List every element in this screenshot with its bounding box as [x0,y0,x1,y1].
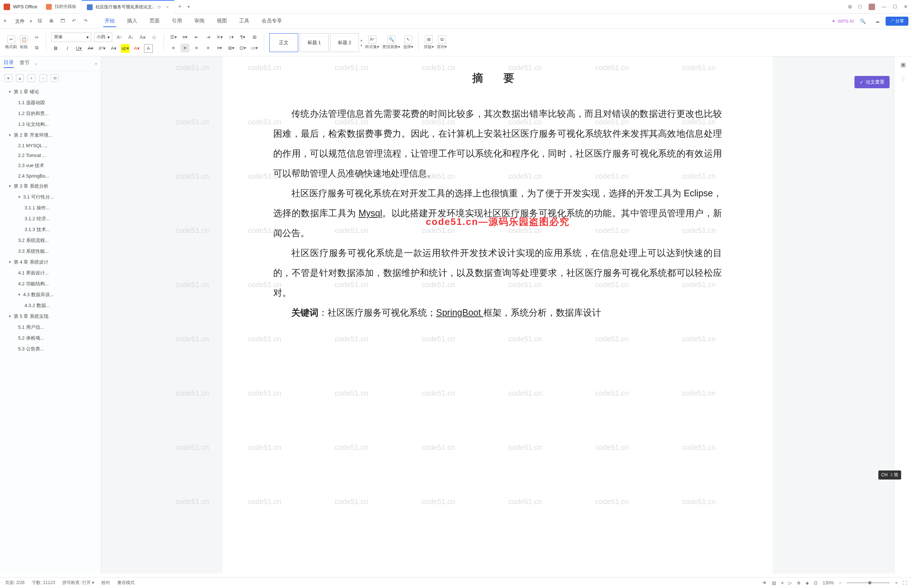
zoom-out-icon[interactable]: − [839,580,841,585]
collapse-up-icon[interactable]: ▴ [16,74,24,82]
increase-indent-icon[interactable]: ⇥ [204,33,212,42]
paragraph-icon[interactable]: ¶▾ [238,33,247,42]
chevron-down-icon[interactable]: ▾ [18,292,22,297]
maximize-icon[interactable]: ☐ [893,4,897,10]
toc-item[interactable]: 2.1 MYSQL ... [0,141,101,150]
text-effect-icon[interactable]: A▾ [109,44,118,53]
share-button[interactable]: ↗ 分享 [886,17,909,26]
tab-templates[interactable]: 找稻壳模板 [41,0,82,14]
toc-item[interactable]: 2.3 vue 技术 [0,160,101,171]
eye-icon[interactable]: 👁 [763,580,767,585]
fit-width-icon[interactable]: ◈ [806,580,809,585]
strikethrough-icon[interactable]: A▾ [86,44,95,53]
page-view-icon[interactable]: ▤ [772,580,776,585]
wps-ai-button[interactable]: ✦ WPS AI 🔍 [832,18,866,24]
toc-item[interactable]: 4.3.2 数据... [0,300,101,311]
status-proof[interactable]: 校对 [101,580,110,586]
style-heading2[interactable]: 标题 2 [330,33,359,52]
dropdown-icon[interactable]: ▾ [188,4,190,10]
copy-icon[interactable]: ⧉ [32,44,41,52]
chevron-down-icon[interactable]: ▾ [9,259,12,265]
chevron-down-icon[interactable]: ▾ [18,194,22,200]
menu-insert[interactable]: 插入 [126,16,139,27]
align-left-icon[interactable]: ≡ [169,44,178,52]
superscript-icon[interactable]: X²▾ [98,44,106,53]
undo-icon[interactable]: ↶ [72,18,79,24]
reading-view-icon[interactable]: ▷ [789,580,792,585]
chevron-down-icon[interactable]: ▾ [9,313,12,319]
asian-spacing-icon[interactable]: ✕▾ [215,33,224,42]
shading-icon[interactable]: ▭▾ [250,44,259,52]
file-menu[interactable]: 文件 [15,18,24,24]
font-color-icon[interactable]: A▾ [133,44,141,53]
bold-icon[interactable]: B [52,44,60,53]
toc-list[interactable]: ▾第 1 章 绪论1.1 选题动因1.2 目的和意...1.3 论文结构...▾… [0,85,101,573]
toc-item[interactable]: 5.1 用户信... [0,322,101,333]
align-center-icon[interactable]: ≡ [181,44,189,52]
cloud-icon[interactable]: ☁ [875,18,880,24]
line-spacing-icon[interactable]: ↕▾ [227,33,236,42]
close-icon[interactable]: × [166,4,169,10]
web-view-icon[interactable]: ⊕ [797,580,800,585]
toc-item[interactable]: ▾3.1 可行性分... [0,192,101,202]
outline-view-icon[interactable]: ≡ [781,580,784,585]
menu-view[interactable]: 视图 [215,16,228,27]
cube-icon[interactable]: ⬠ [858,4,862,10]
menu-member[interactable]: 会员专享 [260,16,283,27]
close-sidebar-icon[interactable]: × [94,61,97,66]
status-compat[interactable]: 兼容模式 [117,580,134,586]
bullet-list-icon[interactable]: ☰▾ [169,33,178,42]
minimize-icon[interactable]: — [881,4,886,10]
menu-icon[interactable]: ≡ [3,18,10,24]
toc-item[interactable]: 4.1 界面设计... [0,268,101,278]
menu-reference[interactable]: 引用 [170,16,183,27]
toc-item[interactable]: ▾第 1 章 绪论 [0,86,101,97]
print-icon[interactable]: 🖶 [49,18,55,24]
style-scroll-down-icon[interactable]: ▾ [360,44,362,47]
paste-button[interactable]: 📋 粘贴 [20,36,28,50]
clear-format-icon[interactable]: ◇ [150,33,159,42]
toc-item[interactable]: 3.2 系统流程... [0,235,101,246]
zoom-slider[interactable] [847,582,890,583]
chevron-down-icon[interactable]: ▾ [9,89,12,94]
toc-item[interactable]: 1.1 选题动因 [0,97,101,108]
toc-item[interactable]: 5.2 体检项... [0,333,101,344]
asian-layout-icon[interactable]: A [144,44,153,53]
toc-item[interactable]: 1.2 目的和意... [0,108,101,119]
toc-item[interactable]: ▾第 3 章 系统分析 [0,181,101,192]
close-window-icon[interactable]: ✕ [904,4,908,10]
decrease-font-icon[interactable]: A↓ [127,33,135,42]
style-scroll-up-icon[interactable]: ▴ [360,38,362,42]
chevron-down-icon[interactable]: ▾ [9,132,12,138]
format-painter-button[interactable]: ✂ 格式刷 [5,36,17,50]
toc-item[interactable]: 3.1.2 经济... [0,213,101,224]
toc-item[interactable]: 3.1.3 技术... [0,224,101,235]
decrease-indent-icon[interactable]: ⇤ [192,33,201,42]
status-spell[interactable]: 拼写检查: 打开 ▾ [62,580,94,586]
show-marks-icon[interactable]: ⊞ [250,33,259,42]
menu-start[interactable]: 开始 [103,16,116,27]
toc-item[interactable]: ▾第 5 章 系统实现 [0,311,101,322]
settings-icon[interactable]: ○○○○○○○○○ [899,74,908,83]
chevron-down-icon[interactable]: ▾ [9,183,12,189]
status-page[interactable]: 页面: 2/28 [5,580,24,586]
italic-icon[interactable]: I [63,44,72,53]
document-canvas[interactable]: code51.cn—源码乐园盗图必究 摘 要 传统办法管理信息首先需要花费的时间… [101,57,894,573]
remove-icon[interactable]: − [39,74,47,82]
status-words[interactable]: 字数: 11123 [32,580,55,586]
save-icon[interactable]: 🖫 [37,18,44,24]
tabs-icon[interactable]: ⊞▾ [227,44,236,52]
collapse-down-icon[interactable]: ▾ [4,74,12,82]
toc-item[interactable]: 5.3 公告类... [0,344,101,354]
menu-page[interactable]: 页面 [148,16,161,27]
tab-document[interactable]: 社区医疗服务可视化系统论文.. ⟳ × [82,0,175,14]
cut-icon[interactable]: ✂ [32,33,41,42]
toc-item[interactable]: 4.2 功能结构... [0,278,101,289]
borders-icon[interactable]: ⊡▾ [238,44,247,52]
search-icon[interactable]: 🔍 [860,18,866,24]
toc-item[interactable]: 2.2 Tomcat ... [0,150,101,160]
toc-item[interactable]: 2.4 SpringBo... [0,171,101,181]
toc-item[interactable]: 3.1.1 操作... [0,202,101,213]
select-button[interactable]: ↖ 选择▾ [403,36,413,50]
zoom-level[interactable]: 130% [823,580,834,585]
